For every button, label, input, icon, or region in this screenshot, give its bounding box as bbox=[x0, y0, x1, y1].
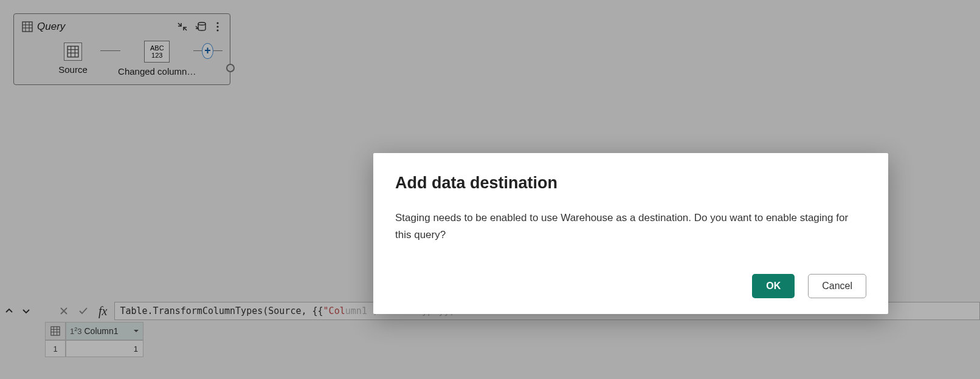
dialog-footer: OK Cancel bbox=[395, 274, 866, 298]
dialog-title: Add data destination bbox=[395, 174, 866, 193]
add-data-destination-dialog: Add data destination Staging needs to be… bbox=[373, 153, 888, 314]
dialog-body: Staging needs to be enabled to use Wareh… bbox=[395, 210, 866, 274]
cancel-button[interactable]: Cancel bbox=[808, 274, 866, 298]
ok-button[interactable]: OK bbox=[752, 274, 795, 298]
